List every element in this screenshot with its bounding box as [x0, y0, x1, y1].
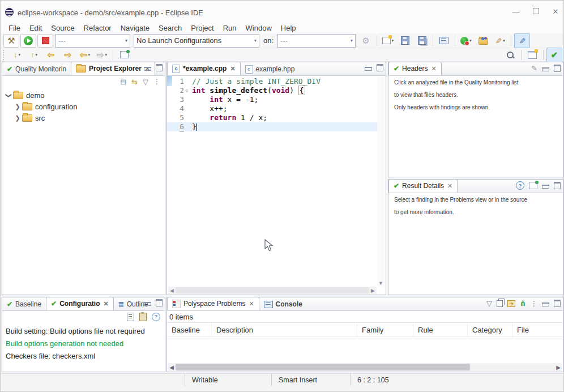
group-tree-icon[interactable]: ⋔	[520, 299, 526, 308]
tab-project-explorer[interactable]: Project Explorer✕	[71, 62, 155, 75]
maximize-view-button[interactable]	[156, 299, 163, 306]
minimize-view-button[interactable]	[542, 185, 549, 189]
menu-window[interactable]: Window	[241, 23, 276, 33]
tree-item-src[interactable]: ❯src	[2, 112, 165, 123]
tab-headers[interactable]: ✔Headers✕	[388, 62, 442, 75]
menu-refactor[interactable]: Refactor	[79, 23, 116, 33]
new-wizard-button[interactable]: ▾	[380, 33, 396, 48]
tree-item-demo[interactable]: ❯demo	[2, 90, 165, 101]
code-line[interactable]: 2⊖int simple_defect(void) {	[167, 86, 378, 95]
run-polyspace-button[interactable]: ▾	[458, 33, 474, 48]
scrollbar-thumb[interactable]	[176, 364, 470, 370]
export-icon[interactable]: ➔	[507, 300, 515, 307]
next-annotation-button[interactable]: ↓▾	[9, 48, 25, 62]
edit-config-icon[interactable]	[139, 313, 147, 321]
code-editor[interactable]: 1// Just a simple INT_ZERO_DIV2⊖int simp…	[167, 76, 386, 295]
highlight-findings-toggle[interactable]: ✎	[514, 33, 530, 48]
annotate-button[interactable]: ✎▾	[492, 33, 508, 48]
editor-vertical-scrollbar[interactable]: ▼	[377, 77, 384, 286]
stop-button[interactable]	[37, 34, 53, 48]
filter-icon[interactable]: ▽	[486, 299, 492, 308]
maximize-view-button[interactable]	[377, 64, 383, 71]
menu-help[interactable]: Help	[276, 23, 301, 33]
launch-settings-button[interactable]: ⚙	[358, 33, 374, 48]
close-icon[interactable]: ✕	[249, 300, 254, 308]
open-results-button[interactable]	[475, 33, 491, 48]
menu-search[interactable]: Search	[154, 23, 186, 33]
launch-target-combo[interactable]: ---▾	[277, 34, 356, 48]
column-header-description[interactable]: Description	[212, 323, 357, 336]
tab-quality-monitoring[interactable]: ✔Quality Monitorin	[2, 63, 71, 75]
pin-editor-button[interactable]	[116, 48, 132, 62]
link-with-editor-icon[interactable]: ⇆	[131, 78, 138, 86]
scroll-left-icon[interactable]: ◀	[168, 364, 176, 370]
code-line[interactable]: 1// Just a simple INT_ZERO_DIV	[167, 77, 378, 86]
chevron-collapsed-icon[interactable]: ❯	[14, 114, 22, 122]
forward-history-button[interactable]: ⇨▾	[94, 48, 110, 62]
scroll-left-icon[interactable]: ◀	[168, 288, 176, 293]
column-header-category[interactable]: Category	[468, 323, 512, 336]
menu-navigate[interactable]: Navigate	[116, 23, 154, 33]
minimize-view-button[interactable]	[542, 67, 549, 71]
scroll-right-icon[interactable]: ▶	[369, 288, 377, 293]
copy-icon[interactable]	[497, 300, 503, 307]
tab-example-cpp[interactable]: c*example.cpp✕	[167, 62, 241, 75]
fold-marker-icon[interactable]: ⊖	[185, 86, 191, 95]
save-all-button[interactable]	[414, 33, 430, 48]
title-bar[interactable]: eclipse-workspace - demo/src/example.cpp…	[1, 1, 564, 22]
code-line[interactable]: 4 x++;	[167, 104, 378, 113]
minimize-view-button[interactable]	[365, 67, 372, 71]
tab-polyspace-problems[interactable]: Polyspace Problems✕	[167, 297, 259, 310]
minimize-view-button[interactable]	[542, 302, 549, 306]
help-icon[interactable]: ?	[516, 181, 524, 190]
build-config-combo[interactable]: ---▾	[55, 34, 130, 48]
close-icon[interactable]: ✕	[447, 182, 452, 190]
menu-run[interactable]: Run	[219, 23, 241, 33]
next-edit-location-button[interactable]: ⇨	[60, 48, 76, 62]
maximize-view-button[interactable]	[554, 65, 561, 72]
chevron-collapsed-icon[interactable]: ❯	[14, 103, 22, 110]
back-history-button[interactable]: ⇦▾	[77, 48, 93, 62]
code-line[interactable]: 5 return 1 / x;	[167, 113, 378, 122]
column-header-family[interactable]: Family	[357, 323, 413, 336]
tab-baseline[interactable]: ✔Baseline	[2, 298, 46, 310]
view-menu-icon[interactable]: ⋮	[153, 78, 160, 86]
tab-configuration[interactable]: ✔Configuratio✕	[46, 297, 114, 310]
chevron-expanded-icon[interactable]: ❯	[5, 91, 12, 99]
search-button[interactable]	[502, 48, 518, 62]
tree-item-configuration[interactable]: ❯configuration	[2, 101, 165, 112]
run-button[interactable]	[20, 34, 36, 48]
last-edit-location-button[interactable]: ⇦	[43, 48, 59, 62]
open-perspective-button[interactable]	[524, 48, 540, 62]
close-icon[interactable]: ✕	[103, 300, 108, 308]
window-minimize-button[interactable]: —	[507, 7, 524, 16]
minimize-view-button[interactable]	[144, 67, 151, 71]
problems-horizontal-scrollbar[interactable]: ◀ ▶	[168, 363, 562, 371]
save-button[interactable]	[397, 33, 413, 48]
help-icon[interactable]: ?	[152, 313, 160, 321]
menu-edit[interactable]: Edit	[25, 23, 46, 33]
previous-annotation-button[interactable]: ↑▾	[26, 48, 42, 62]
polyspace-perspective-button[interactable]: ✔	[546, 48, 562, 62]
menu-file[interactable]: File	[4, 23, 25, 33]
tab-example-hpp[interactable]: cexample.hpp	[241, 63, 300, 75]
column-header-baseline[interactable]: Baseline	[167, 323, 212, 336]
scrollbar-thumb[interactable]	[176, 287, 369, 293]
column-header-rule[interactable]: Rule	[413, 323, 468, 336]
tab-console[interactable]: Console	[259, 298, 307, 310]
tab-result-details[interactable]: ✔Result Details✕	[388, 179, 458, 193]
code-line[interactable]: 6}	[167, 122, 378, 131]
code-line[interactable]: 3 int x = -1;	[167, 95, 378, 104]
launch-config-combo[interactable]: No Launch Configurations▾	[134, 34, 259, 48]
clear-pen-icon[interactable]: ✎	[531, 64, 537, 73]
maximize-view-button[interactable]	[554, 300, 561, 307]
toolbar-drag-handle[interactable]	[3, 50, 6, 60]
collapse-all-icon[interactable]: ⊟	[120, 78, 126, 86]
open-console-button[interactable]	[436, 33, 452, 48]
window-close-button[interactable]: ✕	[547, 7, 564, 16]
filter-icon[interactable]: ▽	[143, 78, 148, 86]
window-maximize-button[interactable]	[527, 7, 544, 16]
checkers-list-icon[interactable]	[127, 313, 134, 321]
scroll-right-icon[interactable]: ▶	[554, 364, 562, 370]
scroll-down-icon[interactable]: ▼	[377, 280, 384, 286]
